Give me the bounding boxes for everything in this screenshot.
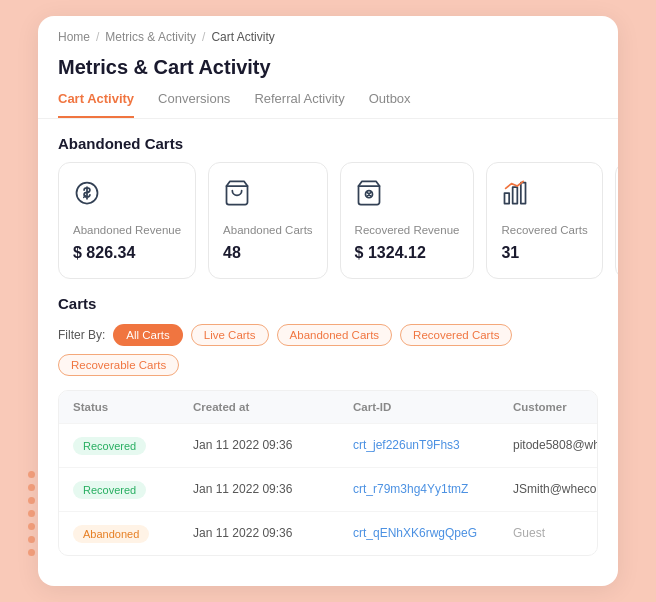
status-badge-abandoned-3: Abandoned	[73, 525, 149, 543]
filter-all-carts[interactable]: All Carts	[113, 324, 182, 346]
col-cart-id: Cart-ID	[353, 401, 513, 413]
metric-value-abandoned-carts: 48	[223, 244, 313, 262]
breadcrumb-current: Cart Activity	[211, 30, 274, 44]
tab-outbox[interactable]: Outbox	[369, 91, 411, 118]
metric-value-recovered-carts: 31	[501, 244, 587, 262]
carts-section: Carts Filter By: All Carts Live Carts Ab…	[38, 295, 618, 556]
date-cell-3: Jan 11 2022 09:36	[193, 526, 353, 540]
table-row: Recovered Jan 11 2022 09:36 crt_jef226un…	[59, 423, 597, 467]
breadcrumb: Home / Metrics & Activity / Cart Activit…	[38, 16, 618, 52]
cart-id-cell-1[interactable]: crt_jef226unT9Fhs3	[353, 438, 513, 452]
svg-rect-5	[513, 187, 518, 203]
carts-section-title: Carts	[58, 295, 598, 312]
table-row: Abandoned Jan 11 2022 09:36 crt_qENhXK6r…	[59, 511, 597, 555]
tab-cart-activity[interactable]: Cart Activity	[58, 91, 134, 118]
col-customer: Customer	[513, 401, 583, 413]
tab-conversions[interactable]: Conversions	[158, 91, 230, 118]
filter-recoverable-carts[interactable]: Recoverable Carts	[58, 354, 179, 376]
tab-referral-activity[interactable]: Referral Activity	[254, 91, 344, 118]
breadcrumb-home[interactable]: Home	[58, 30, 90, 44]
cart-id-cell-2[interactable]: crt_r79m3hg4Yy1tmZ	[353, 482, 513, 496]
filter-row: Filter By: All Carts Live Carts Abandone…	[58, 324, 598, 376]
status-badge-recovered-2: Recovered	[73, 481, 146, 499]
customer-cell-1: pitode5808@whecode.com	[513, 438, 598, 452]
status-cell-2: Recovered	[73, 480, 193, 499]
metric-label-recovered-carts: Recovered Carts	[501, 223, 587, 238]
status-cell-1: Recovered	[73, 436, 193, 455]
page-header: Metrics & Cart Activity	[38, 52, 618, 79]
breadcrumb-sep2: /	[202, 30, 205, 44]
metric-label-recovered-revenue: Recovered Revenue	[355, 223, 460, 238]
cart-id-cell-3[interactable]: crt_qENhXK6rwgQpeG	[353, 526, 513, 540]
col-created-at: Created at	[193, 401, 353, 413]
breadcrumb-sep1: /	[96, 30, 99, 44]
svg-rect-6	[521, 183, 526, 204]
cart-icon	[223, 179, 313, 213]
date-cell-1: Jan 11 2022 09:36	[193, 438, 353, 452]
metric-card-abandoned-revenue: Abandoned Revenue $ 826.34	[58, 162, 196, 279]
table-header: Status Created at Cart-ID Customer	[59, 391, 597, 423]
table-row: Recovered Jan 11 2022 09:36 crt_r79m3hg4…	[59, 467, 597, 511]
filter-recovered-carts[interactable]: Recovered Carts	[400, 324, 512, 346]
bag-icon	[355, 179, 460, 213]
carts-table: Status Created at Cart-ID Customer Recov…	[58, 390, 598, 556]
status-cell-3: Abandoned	[73, 524, 193, 543]
money-icon	[73, 179, 181, 213]
customer-cell-2: JSmith@whecode.com	[513, 482, 598, 496]
page-title: Metrics & Cart Activity	[58, 56, 598, 79]
tabs-container: Cart Activity Conversions Referral Activ…	[38, 79, 618, 119]
metric-label-abandoned-carts: Abandoned Carts	[223, 223, 313, 238]
breadcrumb-metrics[interactable]: Metrics & Activity	[105, 30, 196, 44]
abandoned-carts-section-title: Abandoned Carts	[38, 119, 618, 162]
metric-value-recovered-revenue: $ 1324.12	[355, 244, 460, 262]
main-card: Home / Metrics & Activity / Cart Activit…	[38, 16, 618, 586]
date-cell-2: Jan 11 2022 09:36	[193, 482, 353, 496]
metric-value-abandoned-revenue: $ 826.34	[73, 244, 181, 262]
col-status: Status	[73, 401, 193, 413]
filter-label: Filter By:	[58, 328, 105, 342]
status-badge-recovered-1: Recovered	[73, 437, 146, 455]
chart-icon	[501, 179, 587, 213]
metric-card-abandoned-carts: Abandoned Carts 48	[208, 162, 328, 279]
metric-card-recovered-carts-2: Recovered Carts 26	[615, 162, 618, 279]
filter-live-carts[interactable]: Live Carts	[191, 324, 269, 346]
metric-card-recovered-revenue: Recovered Revenue $ 1324.12	[340, 162, 475, 279]
metric-card-recovered-carts: Recovered Carts 31	[486, 162, 602, 279]
customer-cell-3: Guest	[513, 526, 583, 540]
filter-abandoned-carts[interactable]: Abandoned Carts	[277, 324, 393, 346]
metrics-cards-row: Abandoned Revenue $ 826.34 Abandoned Car…	[38, 162, 618, 295]
metric-label-abandoned-revenue: Abandoned Revenue	[73, 223, 181, 238]
svg-rect-4	[505, 193, 510, 204]
